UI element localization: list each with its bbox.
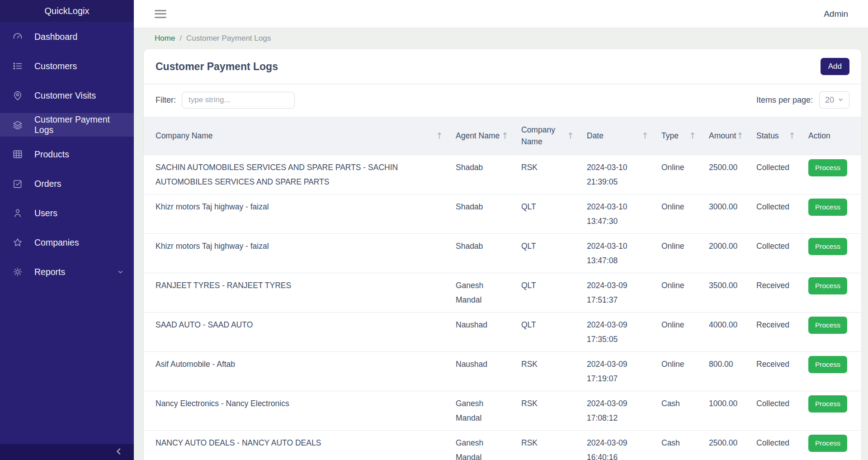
user-icon	[12, 207, 24, 219]
process-button[interactable]: Process	[808, 317, 847, 334]
cell-action: Process	[805, 431, 861, 460]
cell-type: Online	[658, 273, 705, 313]
column-header-action: Action	[805, 117, 861, 155]
cell-agent-name: Shadab	[452, 194, 518, 234]
table-row: Khizr motors Taj highway - faizal Shadab…	[144, 194, 861, 234]
cell-type: Online	[658, 352, 705, 391]
cell-amount: 3500.00	[705, 273, 753, 313]
cell-company-name: SAAD AUTO - SAAD AUTO	[144, 313, 452, 352]
cell-action: Process	[805, 391, 861, 431]
cell-company-name: RANJEET TYRES - RANJEET TYRES	[144, 273, 452, 313]
sidebar-collapse-bar[interactable]	[0, 444, 134, 460]
order-check-icon	[12, 178, 24, 190]
cell-company-name: NANCY AUTO DEALS - NANCY AUTO DEALS	[144, 431, 452, 460]
cell-status: Collected	[753, 391, 805, 431]
process-button[interactable]: Process	[808, 356, 847, 373]
chevron-down-icon	[838, 95, 844, 105]
sort-arrow-icon: ↑	[501, 130, 514, 142]
breadcrumb-home-link[interactable]: Home	[155, 34, 175, 43]
sidebar-item-products[interactable]: Products	[0, 142, 134, 166]
cell-company-name: Khizr motors Taj highway - faizal	[144, 234, 452, 273]
cell-type: Online	[658, 155, 705, 194]
table-row: SAAD AUTO - SAAD AUTO Naushad QLT 2024-0…	[144, 313, 861, 352]
sidebar-item-label: Users	[34, 208, 57, 218]
card-header: Customer Payment Logs Add	[144, 49, 861, 84]
sidebar-item-label: Customer Visits	[34, 90, 96, 101]
cell-amount: 4000.00	[705, 313, 753, 352]
cell-company-name: Asif Automobile - Aftab	[144, 352, 452, 391]
cell-type: Cash	[658, 431, 705, 460]
cell-status: Collected	[753, 155, 805, 194]
items-per-page-select[interactable]: 20	[819, 91, 849, 109]
items-per-page-label: Items per page:	[756, 95, 813, 105]
sidebar-item-dashboard[interactable]: Dashboard	[0, 25, 134, 48]
content-area: Customer Payment Logs Add Filter: Items …	[134, 49, 868, 460]
column-header-type[interactable]: Type↑	[658, 117, 705, 155]
sidebar-item-reports[interactable]: Reports	[0, 260, 134, 284]
table-header: Company Name↑ Agent Name↑ Company Name↑ …	[144, 117, 861, 155]
cell-date: 2024-03-09 17:51:37	[583, 273, 658, 313]
process-button[interactable]: Process	[808, 277, 847, 294]
process-button[interactable]: Process	[808, 159, 847, 176]
cell-agent-name: Naushad	[452, 313, 518, 352]
sidebar-item-label: Orders	[34, 179, 61, 189]
sidebar-item-customers[interactable]: Customers	[0, 54, 134, 78]
sidebar-item-customer-visits[interactable]: Customer Visits	[0, 84, 134, 107]
process-button[interactable]: Process	[808, 238, 847, 255]
admin-menu[interactable]: Admin	[824, 9, 848, 19]
table-row: Khizr motors Taj highway - faizal Shadab…	[144, 234, 861, 273]
sidebar-item-orders[interactable]: Orders	[0, 172, 134, 195]
topbar: Admin	[134, 0, 868, 28]
payment-logs-card: Customer Payment Logs Add Filter: Items …	[144, 49, 861, 460]
cell-action: Process	[805, 194, 861, 234]
payment-logs-table: Company Name↑ Agent Name↑ Company Name↑ …	[144, 117, 861, 460]
column-header-date[interactable]: Date↑	[583, 117, 658, 155]
table-row: SACHIN AUTOMOBILES SERVICES AND SPARE PA…	[144, 155, 861, 194]
sidebar-item-users[interactable]: Users	[0, 201, 134, 225]
chevron-down-icon	[117, 269, 124, 275]
star-icon	[12, 237, 24, 248]
cell-agent-name: Naushad	[452, 352, 518, 391]
column-header-status[interactable]: Status↑	[753, 117, 805, 155]
cell-amount: 2500.00	[705, 431, 753, 460]
sort-arrow-icon: ↑	[642, 130, 654, 142]
main-area: Admin Home / Customer Payment Logs Custo…	[134, 0, 868, 460]
column-header-company-code[interactable]: Company Name↑	[518, 117, 583, 155]
chevron-left-icon	[115, 447, 122, 457]
column-header-company-name[interactable]: Company Name↑	[144, 117, 452, 155]
cell-date: 2024-03-10 13:47:30	[583, 194, 658, 234]
cell-date: 2024-03-10 13:47:08	[583, 234, 658, 273]
process-button[interactable]: Process	[808, 199, 847, 216]
add-button[interactable]: Add	[821, 58, 849, 75]
column-header-amount[interactable]: Amount↑	[705, 117, 753, 155]
cell-company-code: RSK	[518, 391, 583, 431]
map-pin-icon	[12, 90, 24, 101]
sidebar-item-customer-payment-logs[interactable]: Customer Payment Logs	[0, 113, 134, 137]
payments-table-body: SACHIN AUTOMOBILES SERVICES AND SPARE PA…	[144, 155, 861, 460]
sort-arrow-icon: ↑	[736, 130, 749, 142]
gear-icon	[12, 266, 24, 278]
cell-type: Online	[658, 234, 705, 273]
process-button[interactable]: Process	[808, 395, 847, 413]
column-header-agent-name[interactable]: Agent Name↑	[452, 117, 518, 155]
cell-action: Process	[805, 234, 861, 273]
cell-company-code: RSK	[518, 431, 583, 460]
filter-input[interactable]	[182, 92, 295, 109]
table-toolbar: Filter: Items per page: 20	[144, 84, 861, 117]
cell-amount: 2000.00	[705, 234, 753, 273]
list-icon	[12, 60, 24, 72]
sort-arrow-icon: ↑	[567, 130, 580, 142]
cell-date: 2024-03-10 21:39:05	[583, 155, 658, 194]
cell-status: Collected	[753, 431, 805, 460]
cell-action: Process	[805, 313, 861, 352]
cell-company-code: RSK	[518, 352, 583, 391]
cell-date: 2024-03-09 17:08:12	[583, 391, 658, 431]
process-button[interactable]: Process	[808, 435, 847, 452]
hamburger-icon[interactable]	[155, 8, 166, 20]
cell-company-name: SACHIN AUTOMOBILES SERVICES AND SPARE PA…	[144, 155, 452, 194]
cell-agent-name: Shadab	[452, 155, 518, 194]
sidebar-item-companies[interactable]: Companies	[0, 231, 134, 254]
cell-action: Process	[805, 352, 861, 391]
cell-date: 2024-03-09 16:40:16	[583, 431, 658, 460]
cell-date: 2024-03-09 17:35:05	[583, 313, 658, 352]
